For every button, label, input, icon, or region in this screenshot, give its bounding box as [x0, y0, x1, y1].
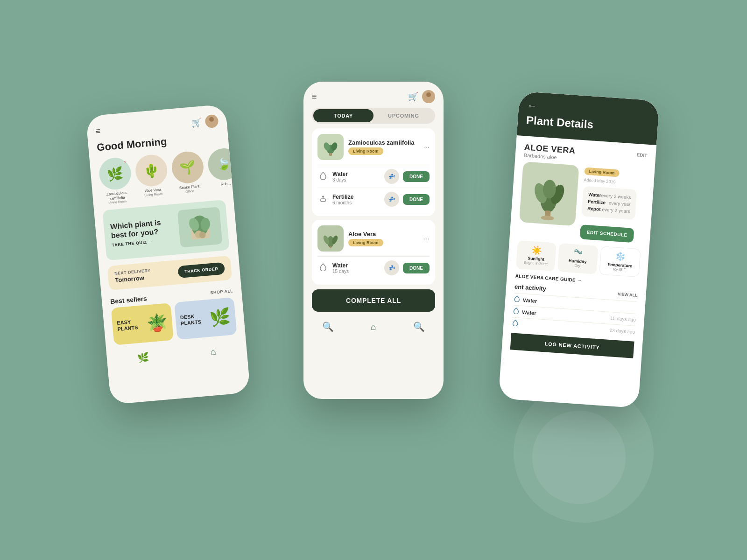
task-water-aloe: Water 15 days 💤 DONE — [317, 256, 430, 279]
plant-card-zamio-room: Living Room — [348, 147, 383, 155]
condition-temperature: ❄️ Temperature 65-75 F — [599, 246, 641, 277]
plant-card-aloe-menu[interactable]: ··· — [424, 235, 430, 242]
fertilize-icon-zamio — [317, 194, 329, 204]
plant-thumb-zamio[interactable]: 🌿 Zamioculcas zamiifolia Living Room — [98, 156, 134, 205]
svg-point-8 — [426, 92, 431, 97]
edit-link[interactable]: EDIT — [636, 152, 647, 158]
edit-schedule-button[interactable]: EDIT SCHEDULE — [580, 224, 634, 243]
quiz-cta[interactable]: TAKE THE QUIZ → — [112, 238, 162, 247]
quiz-banner[interactable]: Which plant is best for you? TAKE THE QU… — [102, 200, 229, 261]
center-cart-icon[interactable]: 🛒 — [408, 91, 418, 102]
done-btn-water-zamio[interactable]: DONE — [403, 171, 430, 182]
plant-card-aloe-info: Aloe Vera Living Room — [348, 231, 383, 246]
activity-time-2: 15 days ago — [610, 315, 636, 322]
sleep-btn-fertilize-zamio[interactable]: 💤 — [384, 192, 399, 207]
svg-point-9 — [424, 97, 433, 103]
track-order-button[interactable]: TRACK ORDER — [177, 262, 225, 279]
plant-card-zamio-info: Zamioculcas zamiifolia Living Room — [348, 139, 415, 155]
center-menu-icon[interactable]: ≡ — [312, 92, 317, 102]
plant-thumb-snake[interactable]: 🌱 Snake Plant Office — [170, 150, 206, 199]
done-btn-fertilize-zamio[interactable]: DONE — [403, 194, 430, 205]
task-fertilize-zamio-freq: 6 months — [332, 200, 381, 205]
seller-label-desk: DESKPLANTS — [180, 313, 201, 327]
activity-left-3 — [512, 319, 521, 328]
condition-sunlight: ☀️ Sunlight Bright, indirect — [516, 240, 557, 272]
water-icon-aloe — [317, 263, 329, 273]
delivery-value: Tomorrow — [115, 274, 145, 284]
avatar — [204, 114, 218, 128]
plant-card-aloe: Aloe Vera Living Room ··· Water 15 days … — [312, 220, 435, 285]
best-sellers-label: Best sellers — [110, 295, 148, 306]
svg-point-1 — [208, 121, 217, 128]
conditions-row: ☀️ Sunlight Bright, indirect Humidity Dr… — [516, 240, 641, 277]
phone-center: ≡ 🛒 TODAY UPCOMING — [303, 82, 444, 399]
plant-card-zamio-name: Zamioculcas zamiifolia — [348, 139, 415, 146]
center-home-icon[interactable]: ⌂ — [371, 322, 376, 332]
center-search-left-icon[interactable]: 🔍 — [322, 321, 334, 332]
phone-right: ← Plant Details ALOE VERA Barbados aloe … — [498, 91, 659, 408]
quiz-heading: Which plant is best for you? — [110, 218, 162, 240]
svg-rect-20 — [330, 246, 331, 248]
seller-plant-easy: 🪴 — [146, 312, 168, 334]
nav-leaf-icon[interactable]: 🌿 — [137, 352, 150, 364]
humidity-icon — [561, 247, 595, 259]
seller-card-desk[interactable]: DESKPLANTS 🌿 — [174, 297, 237, 340]
cart-icon[interactable]: 🛒 — [191, 117, 202, 128]
task-fertilize-zamio-name: Fertilize — [332, 194, 381, 200]
plant-detail-section: Living Room Added May 2019 Water every 2… — [518, 161, 646, 243]
activity-icon-3 — [512, 319, 519, 328]
plant-card-aloe-header: Aloe Vera Living Room ··· — [317, 225, 430, 252]
temperature-icon: ❄️ — [603, 251, 637, 263]
task-water-zamio-freq: 3 days — [332, 177, 381, 182]
plant-thumb-rub[interactable]: 🍃 Rub... — [207, 148, 233, 196]
task-water-zamio: Water 3 days 💤 DONE — [317, 165, 430, 188]
tab-upcoming[interactable]: UPCOMING — [374, 109, 434, 122]
task-water-zamio-info: Water 3 days — [332, 171, 381, 182]
delivery-info: NEXT DELIVERY Tomorrow — [114, 268, 152, 285]
activity-icon-1 — [514, 295, 521, 304]
seller-card-easy[interactable]: EASYPLANTS 🪴 — [111, 303, 174, 345]
activity-name-1: Water — [523, 297, 537, 303]
plant-card-zamio: Zamioculcas zamiifolia Living Room ··· W… — [312, 128, 435, 216]
activity-icon-2 — [513, 307, 520, 315]
plant-thumb-aloe[interactable]: 🌵 Aloe Vera Living Room — [134, 154, 169, 202]
plant-card-zamio-header: Zamioculcas zamiifolia Living Room ··· — [317, 134, 430, 160]
done-btn-water-aloe[interactable]: DONE — [403, 263, 430, 273]
menu-icon[interactable]: ≡ — [95, 126, 101, 136]
view-all-link[interactable]: VIEW ALL — [618, 292, 638, 298]
sleep-btn-water-aloe[interactable]: 💤 — [384, 260, 399, 275]
log-activity-button[interactable]: LOG NEW ACTIVITY — [510, 333, 634, 358]
activity-time-3: 23 days ago — [609, 328, 635, 335]
added-date: Added May 2019 — [584, 177, 638, 186]
task-fertilize-zamio: Fertilize 6 months 💤 DONE — [317, 188, 430, 210]
svg-rect-14 — [329, 153, 332, 156]
plant-card-zamio-menu[interactable]: ··· — [424, 143, 430, 151]
seller-label-easy: EASYPLANTS — [117, 318, 138, 332]
phone-left: ≡ 🛒 Good Morning 🌿 Zamioculcas zamiifoli… — [86, 104, 251, 405]
condition-humidity: Humidity Dry — [557, 243, 598, 274]
plant-name-heading: ALOE VERA Barbados aloe — [523, 142, 576, 163]
center-header-right: 🛒 — [408, 90, 435, 103]
nav-home-icon[interactable]: ⌂ — [210, 346, 217, 357]
plant-card-aloe-room: Living Room — [348, 239, 383, 246]
task-water-zamio-name: Water — [332, 171, 381, 177]
tab-bar: TODAY UPCOMING — [312, 108, 435, 124]
complete-all-button[interactable]: COMPLETE ALL — [312, 289, 435, 312]
plant-loc-snake: Office — [185, 189, 194, 193]
center-avatar — [422, 90, 435, 103]
sleep-btn-water-zamio[interactable]: 💤 — [384, 169, 399, 184]
quiz-text: Which plant is best for you? TAKE THE QU… — [110, 218, 163, 248]
shop-all-link[interactable]: SHOP ALL — [210, 288, 233, 295]
right-room-badge: Living Room — [584, 167, 619, 177]
svg-point-0 — [209, 117, 214, 122]
schedule-block: Water every 2 weeks Fertilize every year… — [581, 186, 637, 220]
plant-detail-info: Living Room Added May 2019 Water every 2… — [580, 166, 639, 243]
plant-card-aloe-thumb — [317, 225, 344, 252]
activity-left-1: Water — [514, 295, 537, 305]
center-header: ≡ 🛒 — [303, 82, 444, 108]
header-right: 🛒 — [190, 114, 218, 130]
phones-container: ≡ 🛒 Good Morning 🌿 Zamioculcas zamiifoli… — [70, 35, 677, 525]
tab-today[interactable]: TODAY — [313, 109, 374, 122]
center-search-right-icon[interactable]: 🔍 — [413, 321, 425, 332]
quiz-plant-image — [177, 207, 223, 248]
